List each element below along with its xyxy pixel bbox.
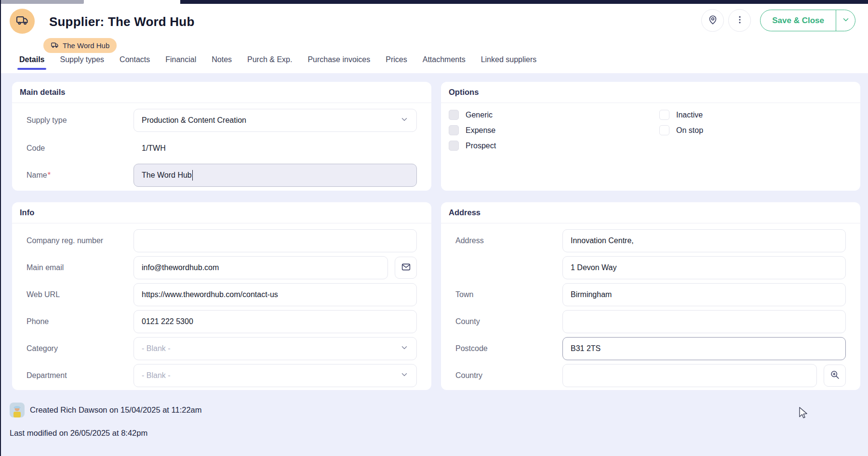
avatar <box>10 403 25 417</box>
options-card: Options Generic Inactive Expense On stop <box>441 82 860 191</box>
inactive-checkbox[interactable] <box>659 110 669 120</box>
on-stop-checkbox[interactable] <box>659 125 669 135</box>
supply-type-label: Supply type <box>27 116 134 125</box>
main-email-label: Main email <box>27 263 134 272</box>
map-location-button[interactable] <box>701 9 724 32</box>
address-card: Address Address Innovation Centre, 1 Dev… <box>441 202 860 390</box>
county-label: County <box>455 317 562 326</box>
main-details-card: Main details Supply type Production & Co… <box>12 82 431 191</box>
tab-purch-exp[interactable]: Purch & Exp. <box>247 55 292 70</box>
prospect-checkbox-row[interactable]: Prospect <box>449 141 659 151</box>
company-reg-label: Company reg. number <box>27 236 134 245</box>
postcode-input[interactable]: B31 2TS <box>562 337 846 360</box>
main-details-card-title: Main details <box>12 82 431 103</box>
generic-checkbox-label: Generic <box>466 111 493 119</box>
generic-checkbox-row[interactable]: Generic <box>449 110 659 120</box>
country-label: Country <box>455 371 562 380</box>
phone-input[interactable]: 0121 222 5300 <box>134 310 417 333</box>
prospect-checkbox[interactable] <box>449 141 459 151</box>
code-label: Code <box>27 144 134 153</box>
supplier-record-window: Supplier: The Word Hub The Word Hub <box>0 0 868 456</box>
on-stop-checkbox-label: On stop <box>676 126 703 135</box>
phone-label: Phone <box>27 317 134 326</box>
save-options-dropdown-button[interactable] <box>836 10 855 31</box>
web-url-label: Web URL <box>27 290 134 299</box>
department-select[interactable]: - Blank - <box>134 364 417 387</box>
category-label: Category <box>27 344 134 353</box>
record-header: Supplier: The Word Hub The Word Hub <box>1 4 868 55</box>
main-email-input[interactable]: info@thewordhub.com <box>134 256 388 279</box>
tab-financial[interactable]: Financial <box>165 55 196 70</box>
supplier-badge[interactable]: The Word Hub <box>43 38 117 53</box>
tab-contacts[interactable]: Contacts <box>120 55 150 70</box>
options-card-title: Options <box>441 82 860 103</box>
county-input[interactable] <box>562 310 846 333</box>
modified-meta-row: Last modified on 26/05/2025 at 8:42pm <box>10 429 147 438</box>
address-line2-input[interactable]: 1 Devon Way <box>562 256 846 279</box>
tab-details[interactable]: Details <box>19 55 44 70</box>
kebab-menu-icon <box>735 15 745 26</box>
postcode-label: Postcode <box>455 344 562 353</box>
expense-checkbox[interactable] <box>449 125 459 135</box>
tab-linked-suppliers[interactable]: Linked suppliers <box>481 55 537 70</box>
supplier-badge-label: The Word Hub <box>63 41 109 50</box>
code-value: 1/TWH <box>142 144 166 153</box>
save-close-split-button: Save & Close <box>760 10 855 31</box>
address-card-title: Address <box>441 202 860 223</box>
name-label: Name* <box>27 171 134 180</box>
inactive-checkbox-label: Inactive <box>676 111 703 119</box>
info-card-title: Info <box>12 202 431 223</box>
supply-type-select[interactable]: Production & Content Creation <box>134 109 417 132</box>
expense-checkbox-row[interactable]: Expense <box>449 125 659 135</box>
prospect-checkbox-label: Prospect <box>466 142 496 150</box>
truck-icon <box>15 13 29 29</box>
inactive-checkbox-row[interactable]: Inactive <box>659 110 860 120</box>
created-meta-row: Created Rich Dawson on 15/04/2025 at 11:… <box>10 403 202 417</box>
chevron-down-icon <box>400 343 409 354</box>
town-label: Town <box>455 290 562 299</box>
generic-checkbox[interactable] <box>449 110 459 120</box>
record-tabbar: Details Supply types Contacts Financial … <box>1 55 868 73</box>
window-top-edge <box>1 0 868 4</box>
town-input[interactable]: Birmingham <box>562 283 846 306</box>
tab-purchase-invoices[interactable]: Purchase invoices <box>307 55 370 70</box>
name-input[interactable]: The Word Hub <box>134 164 417 187</box>
truck-icon <box>51 41 59 51</box>
send-email-button[interactable] <box>395 257 417 279</box>
info-card: Info Company reg. number Main email info… <box>12 202 431 390</box>
web-url-input[interactable]: https://www.thewordhub.com/contact-us <box>134 283 417 306</box>
envelope-icon <box>401 262 411 274</box>
country-lookup-button[interactable] <box>824 365 846 387</box>
tab-notes[interactable]: Notes <box>212 55 232 70</box>
category-select[interactable]: - Blank - <box>134 337 417 360</box>
on-stop-checkbox-row[interactable]: On stop <box>659 125 860 135</box>
header-actions: Save & Close <box>701 9 855 32</box>
tab-attachments[interactable]: Attachments <box>423 55 466 70</box>
more-options-button[interactable] <box>728 9 751 32</box>
modified-text: Last modified on 26/05/2025 at 8:42pm <box>10 429 147 438</box>
location-pin-icon <box>708 14 718 27</box>
details-tab-content: Main details Supply type Production & Co… <box>1 73 868 456</box>
browser-tab-strip <box>1 0 84 4</box>
page-title: Supplier: The Word Hub <box>49 14 194 29</box>
chevron-down-icon <box>400 370 409 381</box>
tab-supply-types[interactable]: Supply types <box>60 55 104 70</box>
tab-prices[interactable]: Prices <box>386 55 407 70</box>
expense-checkbox-label: Expense <box>466 126 495 135</box>
address-label: Address <box>455 236 562 245</box>
supplier-type-icon-circle <box>10 9 35 34</box>
company-reg-input[interactable] <box>134 229 417 252</box>
required-asterisk: * <box>48 171 51 179</box>
created-text: Created Rich Dawson on 15/04/2025 at 11:… <box>30 405 202 415</box>
magnifier-plus-icon <box>830 370 840 382</box>
chevron-down-icon <box>400 115 409 126</box>
text-caret <box>192 170 193 181</box>
window-title-bar <box>180 0 868 4</box>
chevron-down-icon <box>841 15 850 26</box>
address-line1-input[interactable]: Innovation Centre, <box>562 229 846 252</box>
department-label: Department <box>27 371 134 380</box>
save-close-button[interactable]: Save & Close <box>761 10 836 31</box>
country-input[interactable] <box>562 364 817 387</box>
